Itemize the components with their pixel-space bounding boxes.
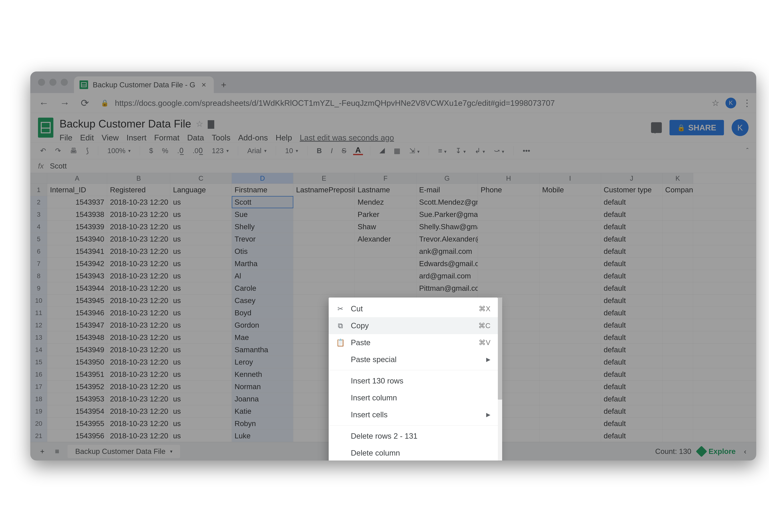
undo-button[interactable]: ↶ xyxy=(38,147,48,155)
cell[interactable] xyxy=(478,233,539,245)
cell[interactable]: 2018-10-23 12:20 xyxy=(107,282,170,294)
cell[interactable]: Katie xyxy=(232,405,293,417)
row-header[interactable]: 4 xyxy=(30,221,47,233)
row-header[interactable]: 18 xyxy=(30,393,47,405)
cell[interactable] xyxy=(539,319,601,331)
zoom-select[interactable]: 100%▾ xyxy=(105,147,133,155)
cell[interactable]: default xyxy=(601,368,662,380)
row-header[interactable]: 9 xyxy=(30,282,47,294)
valign-button[interactable]: ↧ ▾ xyxy=(453,147,468,155)
ctx-paste-special[interactable]: Paste special ▶ xyxy=(329,351,498,368)
cell[interactable]: 1543950 xyxy=(47,356,107,368)
cell[interactable]: 1543955 xyxy=(47,417,107,430)
cell[interactable]: ard@gmail.com xyxy=(416,270,478,282)
cell[interactable]: 2018-10-23 12:20 xyxy=(107,381,170,393)
cell[interactable]: Al xyxy=(232,270,293,282)
cell[interactable]: us xyxy=(170,430,232,442)
cell[interactable]: default xyxy=(601,430,662,442)
last-edit[interactable]: Last edit was seconds ago xyxy=(300,133,394,142)
forward-button[interactable]: → xyxy=(57,97,72,109)
cell[interactable]: default xyxy=(601,381,662,393)
cell[interactable]: us xyxy=(170,368,232,380)
cell[interactable]: 2018-10-23 12:20 xyxy=(107,331,170,343)
cell[interactable]: Gordon xyxy=(232,319,293,331)
ctx-insert-cells[interactable]: Insert cells ▶ xyxy=(329,406,498,423)
cell[interactable]: 2018-10-23 12:20 xyxy=(107,393,170,405)
ctx-insert-column[interactable]: Insert column xyxy=(329,389,498,406)
borders-button[interactable]: ▦ xyxy=(392,147,402,155)
cell[interactable]: Pittman@gmail.com xyxy=(416,282,478,294)
rotate-button[interactable]: ⤻ ▾ xyxy=(492,147,506,155)
cell[interactable] xyxy=(662,270,693,282)
cell[interactable] xyxy=(662,307,693,319)
cell[interactable]: 2018-10-23 12:20 xyxy=(107,233,170,245)
move-folder-icon[interactable]: ▇ xyxy=(208,119,214,129)
row-header[interactable]: 11 xyxy=(30,307,47,319)
col-header-A[interactable]: A xyxy=(47,173,107,184)
cell[interactable]: Shelly.Shaw@gmail.com xyxy=(416,221,478,233)
cell[interactable]: us xyxy=(170,344,232,356)
cell[interactable]: 2018-10-23 12:20 xyxy=(107,417,170,430)
url-field[interactable]: https://docs.google.com/spreadsheets/d/1… xyxy=(115,98,705,108)
cell[interactable]: E-mail xyxy=(416,184,478,196)
cell[interactable]: Casey xyxy=(232,294,293,307)
cell[interactable] xyxy=(662,221,693,233)
cell[interactable] xyxy=(539,208,601,220)
cell[interactable] xyxy=(662,381,693,393)
cell[interactable]: default xyxy=(601,307,662,319)
cell[interactable]: Mobile xyxy=(539,184,601,196)
row-header[interactable]: 14 xyxy=(30,344,47,356)
star-doc-icon[interactable]: ☆ xyxy=(196,119,203,129)
cell[interactable] xyxy=(539,368,601,380)
cell[interactable] xyxy=(539,381,601,393)
cell[interactable]: Parker xyxy=(355,208,416,220)
more-toolbar-button[interactable]: ••• xyxy=(521,147,532,155)
row-header[interactable]: 5 xyxy=(30,233,47,245)
row-header[interactable]: 17 xyxy=(30,381,47,393)
cell[interactable]: 1543948 xyxy=(47,331,107,343)
cell[interactable]: 1543949 xyxy=(47,344,107,356)
halign-button[interactable]: ≡ ▾ xyxy=(436,147,449,155)
font-select[interactable]: Arial▾ xyxy=(245,147,269,155)
cell[interactable] xyxy=(539,331,601,343)
cell[interactable] xyxy=(662,344,693,356)
menu-view[interactable]: View xyxy=(102,133,119,142)
cell[interactable]: Martha xyxy=(232,258,293,270)
cell[interactable]: Trevor.Alexander@gmail.com xyxy=(416,233,478,245)
cell[interactable]: 1543938 xyxy=(47,208,107,220)
row-header[interactable]: 16 xyxy=(30,368,47,380)
cell[interactable] xyxy=(539,307,601,319)
cell[interactable]: default xyxy=(601,245,662,257)
fill-color-button[interactable]: ◢ xyxy=(377,147,387,155)
cell[interactable] xyxy=(539,258,601,270)
cell[interactable]: Shaw xyxy=(355,221,416,233)
sheets-logo-icon[interactable] xyxy=(38,118,53,138)
star-icon[interactable]: ☆ xyxy=(712,98,719,108)
cell[interactable]: 2018-10-23 12:20 xyxy=(107,208,170,220)
cell[interactable]: us xyxy=(170,270,232,282)
col-header-K[interactable]: K xyxy=(662,173,693,184)
cell[interactable] xyxy=(662,368,693,380)
col-header-B[interactable]: B xyxy=(107,173,170,184)
cell[interactable]: 1543946 xyxy=(47,307,107,319)
col-header-J[interactable]: J xyxy=(601,173,662,184)
redo-button[interactable]: ↷ xyxy=(53,147,63,155)
cell[interactable] xyxy=(293,208,355,220)
cell[interactable] xyxy=(662,356,693,368)
cell[interactable]: default xyxy=(601,270,662,282)
cell[interactable]: us xyxy=(170,196,232,208)
number-format-select[interactable]: 123▾ xyxy=(210,147,231,155)
cell[interactable]: default xyxy=(601,221,662,233)
cell[interactable] xyxy=(539,221,601,233)
cell[interactable] xyxy=(539,294,601,307)
cell[interactable]: us xyxy=(170,294,232,307)
window-close-icon[interactable] xyxy=(38,79,45,86)
cell[interactable] xyxy=(539,356,601,368)
cell[interactable]: default xyxy=(601,405,662,417)
cell[interactable]: Leroy xyxy=(232,356,293,368)
cell[interactable]: Luke xyxy=(232,430,293,442)
cell[interactable]: us xyxy=(170,331,232,343)
cell[interactable] xyxy=(662,405,693,417)
row-header[interactable]: 20 xyxy=(30,417,47,430)
cell[interactable]: Norman xyxy=(232,381,293,393)
